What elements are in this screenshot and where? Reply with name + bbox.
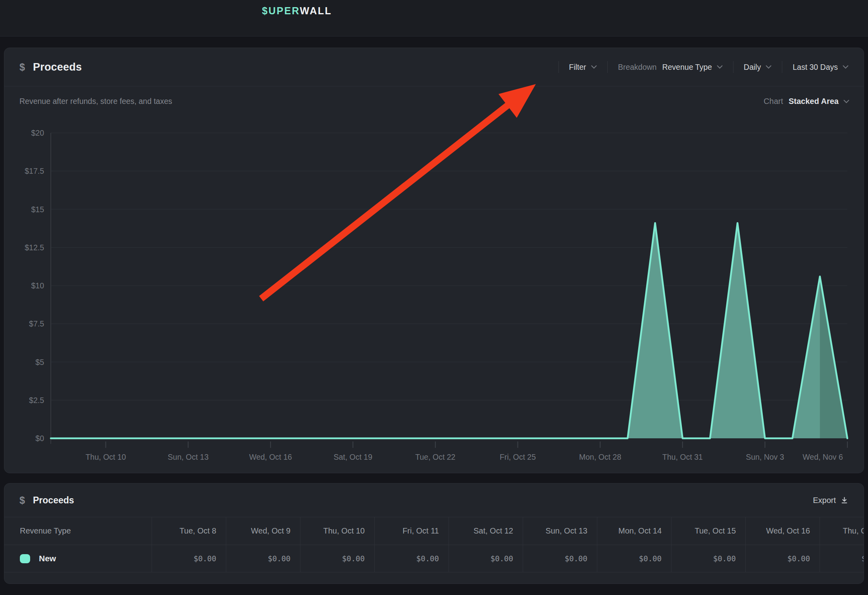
table-value-cell: $0.00 [448, 545, 523, 572]
x-axis-label: Wed, Nov 6 [803, 453, 843, 461]
table-value-cell: $0.00 [671, 545, 745, 572]
column-header-date: Wed, Oct 16 [745, 517, 820, 545]
export-button[interactable]: Export [813, 496, 849, 505]
row-label: New [39, 554, 56, 563]
column-header-date: Mon, Oct 14 [597, 517, 671, 545]
y-axis-label: $17.5 [25, 167, 44, 175]
y-axis-label: $5 [35, 358, 44, 367]
download-icon [840, 496, 849, 505]
x-axis-label: Sat, Oct 19 [333, 453, 372, 461]
table-value-cell: $0.00 [374, 545, 448, 572]
table-value-cell: $0.00 [300, 545, 374, 572]
chart-subheader: Revenue after refunds, store fees, and t… [4, 86, 864, 106]
column-header-date: Thu, Oct 10 [300, 517, 374, 545]
logo-white-part: WALL [300, 5, 332, 16]
x-axis-label: Wed, Oct 16 [249, 453, 292, 461]
logo-teal-part: $UPER [262, 5, 300, 16]
chart-subtitle: Revenue after refunds, store fees, and t… [19, 97, 172, 106]
column-header-date: Fri, Oct 11 [374, 517, 448, 545]
y-axis-label: $15 [31, 205, 44, 214]
chevron-down-icon [843, 100, 849, 104]
x-axis-label: Thu, Oct 31 [662, 453, 703, 461]
chart-type-label: Chart [764, 97, 783, 106]
column-header-date: Sun, Oct 13 [523, 517, 597, 545]
table-value-cell: $0.00 [226, 545, 300, 572]
column-header-date: Tue, Oct 8 [152, 517, 226, 545]
x-axis-label: Mon, Oct 28 [579, 453, 621, 461]
page: $UPERWALL $ Proceeds Filter Breakdown Re… [0, 0, 868, 595]
column-header-date: Sat, Oct 12 [448, 517, 523, 545]
table-value-cell: $0.00 [523, 545, 597, 572]
stacked-area-chart: $0$2.5$5$7.5$10$12.5$15$17.5$20Thu, Oct … [4, 48, 864, 473]
table-header-row: Revenue TypeTue, Oct 8Wed, Oct 9Thu, Oct… [4, 517, 864, 545]
dollar-icon: $ [19, 495, 33, 506]
table-value-cell: $0.00 [152, 545, 226, 572]
topbar: $UPERWALL [0, 0, 868, 36]
table-card-header: $ Proceeds Export [4, 484, 864, 517]
proceeds-table-card: $ Proceeds Export Revenue TypeTue, Oct 8… [4, 483, 864, 584]
table-value-cell: $0.00 [820, 545, 864, 572]
x-axis-label: Sun, Oct 13 [168, 453, 209, 461]
table-card-title: Proceeds [33, 495, 74, 506]
x-axis-label: Fri, Oct 25 [500, 453, 536, 461]
y-axis-label: $0 [35, 434, 44, 443]
proceeds-chart-card: $ Proceeds Filter Breakdown Revenue Type… [4, 48, 864, 473]
x-axis-label: Thu, Oct 10 [85, 453, 126, 461]
superwall-logo: $UPERWALL [262, 5, 332, 17]
column-header-date: Wed, Oct 9 [226, 517, 300, 545]
column-header-date: Tue, Oct 15 [671, 517, 745, 545]
x-axis-label: Tue, Oct 22 [415, 453, 455, 461]
export-label: Export [813, 496, 836, 505]
proceeds-table: Revenue TypeTue, Oct 8Wed, Oct 9Thu, Oct… [4, 517, 864, 572]
y-axis-label: $2.5 [29, 396, 44, 405]
y-axis-label: $10 [31, 281, 44, 290]
series-swatch-icon [20, 554, 30, 563]
table-value-cell: $0.00 [745, 545, 820, 572]
x-axis-label: Sun, Nov 3 [746, 453, 784, 461]
y-axis-label: $7.5 [29, 319, 44, 328]
chart-type-dropdown[interactable]: Chart Stacked Area [764, 97, 849, 106]
area-fill [51, 223, 847, 438]
column-header-revenue-type: Revenue Type [4, 517, 152, 545]
table-value-cell: $0.00 [597, 545, 671, 572]
y-axis-label: $12.5 [25, 243, 44, 252]
column-header-date: Thu, Oct 17 [820, 517, 864, 545]
chart-type-value: Stacked Area [789, 97, 839, 106]
table-row: New$0.00$0.00$0.00$0.00$0.00$0.00$0.00$0… [4, 545, 864, 572]
row-label-cell: New [4, 545, 152, 572]
y-axis-label: $20 [31, 129, 44, 137]
